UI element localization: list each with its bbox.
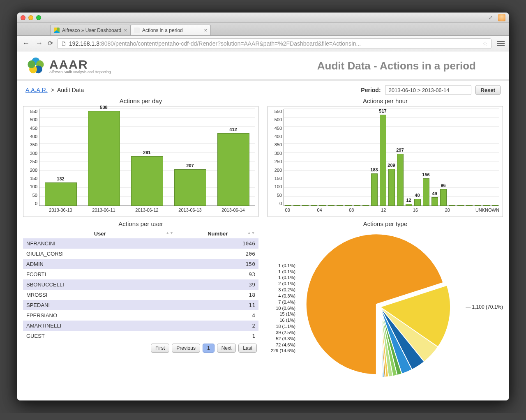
- table-row[interactable]: ADMIN150: [23, 259, 258, 269]
- tab-strip: Alfresco » User Dashboard × Actions in a…: [17, 23, 509, 36]
- url-host: 192.168.1.3: [69, 40, 99, 47]
- cell-number: 206: [177, 249, 258, 259]
- tab-actions-in-period[interactable]: Actions in a period ×: [130, 25, 211, 35]
- favicon-icon: [54, 28, 60, 33]
- tab-alfresco-dashboard[interactable]: Alfresco » User Dashboard ×: [50, 25, 131, 35]
- chart-title: Actions per hour: [268, 97, 503, 104]
- panel-actions-per-type: Actions per type 1 (0.1%)1 (0.1%)1 (0.1%…: [268, 220, 503, 385]
- pie-main-label: — 1,100 (70.1%): [466, 304, 503, 310]
- pie-slice-labels: 1 (0.1%)1 (0.1%)1 (0.1%)2 (0.1%)3 (0.2%)…: [268, 260, 297, 354]
- sort-icon: ▲▼: [247, 231, 255, 235]
- back-button[interactable]: ←: [21, 39, 30, 48]
- bar-chart-actions-per-hour[interactable]: 5505004504003503002502001501005001835172…: [268, 106, 503, 217]
- pie-chart-actions-per-type[interactable]: 1 (0.1%)1 (0.1%)1 (0.1%)2 (0.1%)3 (0.2%)…: [268, 229, 503, 385]
- cell-number: 2: [177, 321, 258, 331]
- cell-user: SBONUCCELLI: [23, 279, 177, 290]
- reload-button[interactable]: ⟳: [48, 39, 53, 47]
- cell-number: 1: [177, 331, 258, 341]
- table-row[interactable]: GIULIA_CORSI206: [23, 249, 258, 259]
- table-row[interactable]: FPERSIANO4: [23, 310, 258, 321]
- fullscreen-icon[interactable]: ⤢: [489, 15, 493, 21]
- table-row[interactable]: SBONUCCELLI39: [23, 279, 258, 290]
- address-bar: ← → ⟳ 🗋 192.168.1.3 :8080/pentaho/conten…: [17, 36, 509, 51]
- browser-window: ⤢ Alfresco » User Dashboard × Actions in…: [17, 12, 509, 401]
- header: AAAR Alfresco Audit Analysis and Reporti…: [17, 51, 509, 81]
- cell-user: NFRANCINI: [23, 238, 177, 249]
- window-close-button[interactable]: [21, 15, 25, 20]
- breadcrumb-sep: >: [51, 87, 54, 93]
- chart-title: Actions per type: [268, 220, 503, 227]
- panel-actions-per-user: Actions per user User▲▼ Number▲▼ NFRANCI…: [23, 220, 258, 385]
- panel-actions-per-day: Actions per day 550500450400350300250200…: [23, 97, 258, 217]
- cell-user: SPEDANI: [23, 300, 177, 310]
- cell-number: 11: [177, 300, 258, 310]
- table-row[interactable]: AMARTINELLI2: [23, 321, 258, 331]
- table-row[interactable]: MROSSI18: [23, 290, 258, 300]
- cell-user: AMARTINELLI: [23, 321, 177, 331]
- table-row[interactable]: NFRANCINI1046: [23, 238, 258, 249]
- user-table: User▲▼ Number▲▼ NFRANCINI1046GIULIA_CORS…: [23, 229, 258, 341]
- cell-number: 150: [177, 259, 258, 269]
- period-input[interactable]: [385, 85, 471, 95]
- cell-number: 93: [177, 269, 258, 279]
- logo-tagline: Alfresco Audit Analysis and Reporting: [49, 70, 111, 74]
- sort-icon: ▲▼: [166, 231, 174, 235]
- period-filter: Period: Reset: [361, 85, 501, 95]
- table-row[interactable]: SPEDANI11: [23, 300, 258, 310]
- breadcrumb: A.A.A.R. > Audit Data: [25, 87, 84, 93]
- toolbar: A.A.A.R. > Audit Data Period: Reset: [17, 81, 509, 97]
- favicon-icon: [134, 28, 140, 33]
- pie-svg: [302, 229, 458, 385]
- cell-user: FCORTI: [23, 269, 177, 279]
- cell-user: ADMIN: [23, 259, 177, 269]
- col-user[interactable]: User▲▼: [23, 229, 177, 238]
- chart-title: Actions per day: [23, 97, 258, 104]
- cell-number: 1046: [177, 238, 258, 249]
- page-icon: 🗋: [61, 40, 67, 47]
- cell-number: 4: [177, 310, 258, 321]
- pager-last[interactable]: Last: [238, 344, 257, 353]
- panel-actions-per-hour: Actions per hour 55050045040035030025020…: [268, 97, 503, 217]
- logo: AAAR Alfresco Audit Analysis and Reporti…: [25, 55, 111, 76]
- table-row[interactable]: FCORTI93: [23, 269, 258, 279]
- window-minimize-button[interactable]: [28, 15, 33, 20]
- pager: First Previous 1 Next Last: [23, 341, 258, 355]
- menu-button[interactable]: [497, 41, 505, 46]
- forward-button[interactable]: →: [35, 39, 44, 48]
- logo-icon: [25, 55, 46, 76]
- window-zoom-button[interactable]: [36, 15, 41, 20]
- pager-page-1[interactable]: 1: [203, 344, 215, 353]
- table-title: Actions per user: [23, 220, 258, 227]
- dashboard-grid: Actions per day 550500450400350300250200…: [17, 97, 509, 391]
- cell-user: GIULIA_CORSI: [23, 249, 177, 259]
- url-field[interactable]: 🗋 192.168.1.3 :8080/pentaho/content/pent…: [57, 38, 491, 49]
- breadcrumb-root-link[interactable]: A.A.A.R.: [25, 87, 48, 93]
- tab-label: Alfresco » User Dashboard: [62, 28, 121, 33]
- cell-user: GUEST: [23, 331, 177, 341]
- cell-number: 18: [177, 290, 258, 300]
- period-label: Period:: [361, 87, 381, 93]
- pager-first[interactable]: First: [151, 344, 169, 353]
- profile-avatar-icon[interactable]: [498, 14, 505, 21]
- reset-button[interactable]: Reset: [475, 85, 501, 95]
- bar-chart-actions-per-day[interactable]: 5505004504003503002502001501005001325382…: [23, 106, 258, 217]
- col-number[interactable]: Number▲▼: [177, 229, 258, 238]
- page: AAAR Alfresco Audit Analysis and Reporti…: [17, 51, 509, 400]
- logo-text: AAAR: [49, 58, 111, 72]
- bookmark-star-icon[interactable]: ☆: [482, 40, 488, 47]
- url-path: :8080/pentaho/content/pentaho-cdf-dd/Ren…: [99, 40, 361, 47]
- close-icon[interactable]: ×: [204, 27, 207, 33]
- cell-user: FPERSIANO: [23, 310, 177, 321]
- cell-user: MROSSI: [23, 290, 177, 300]
- title-bar: ⤢: [17, 13, 509, 23]
- pager-next[interactable]: Next: [217, 344, 236, 353]
- table-row[interactable]: GUEST1: [23, 331, 258, 341]
- cell-number: 39: [177, 279, 258, 290]
- breadcrumb-current: Audit Data: [57, 87, 84, 93]
- tab-label: Actions in a period: [142, 28, 183, 33]
- close-icon[interactable]: ×: [124, 27, 127, 33]
- pager-previous[interactable]: Previous: [172, 344, 200, 353]
- page-title: Audit Data - Actions in a period: [317, 60, 476, 72]
